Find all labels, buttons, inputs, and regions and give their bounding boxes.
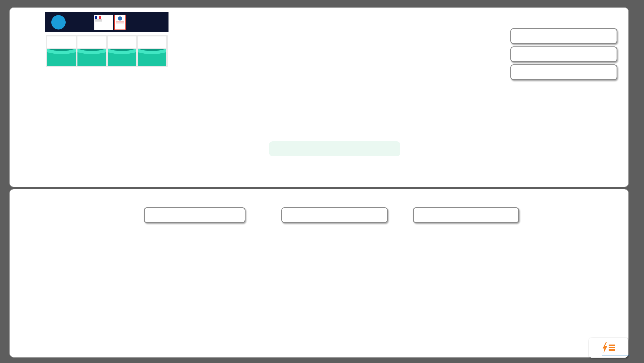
week-consumption-stat <box>144 207 245 223</box>
ademe-logo <box>114 15 126 30</box>
ecowatt-green-signal-icon <box>77 49 106 66</box>
ecowatt-tile-j1[interactable] <box>77 36 106 66</box>
g2e-tagline-line <box>602 356 630 356</box>
motto-lines <box>95 19 112 22</box>
rte-logo <box>51 15 66 30</box>
g2e-logo[interactable] <box>589 338 628 358</box>
tile-label <box>138 36 166 48</box>
french-flag-icon <box>95 16 101 19</box>
day-pmax-stat <box>510 46 617 62</box>
page <box>0 0 644 363</box>
day-consumption-stat <box>510 28 617 44</box>
ecowatt-tile-j3[interactable] <box>138 36 166 66</box>
tile-label <box>77 36 106 48</box>
lightning-icon <box>602 342 608 353</box>
week-pmin-stat <box>413 207 519 223</box>
republique-francaise-logo <box>94 15 113 30</box>
ecowatt-green-signal-icon <box>108 49 136 66</box>
day-pmin-stat <box>510 64 617 80</box>
ecowatt-day-tiles <box>46 35 168 67</box>
ademe-globe-icon <box>118 16 122 21</box>
ecowatt-tile-j2[interactable] <box>108 36 136 66</box>
date-label <box>269 141 400 156</box>
tile-label <box>47 36 76 48</box>
ecowatt-tile-j[interactable] <box>47 36 76 66</box>
ecowatt-green-signal-icon <box>138 49 166 66</box>
week-pmax-stat <box>281 207 388 223</box>
ecowatt-green-signal-icon <box>47 49 76 66</box>
g2e-e-icon <box>609 345 615 351</box>
ecowatt-logo <box>45 12 169 32</box>
tile-label <box>108 36 136 48</box>
